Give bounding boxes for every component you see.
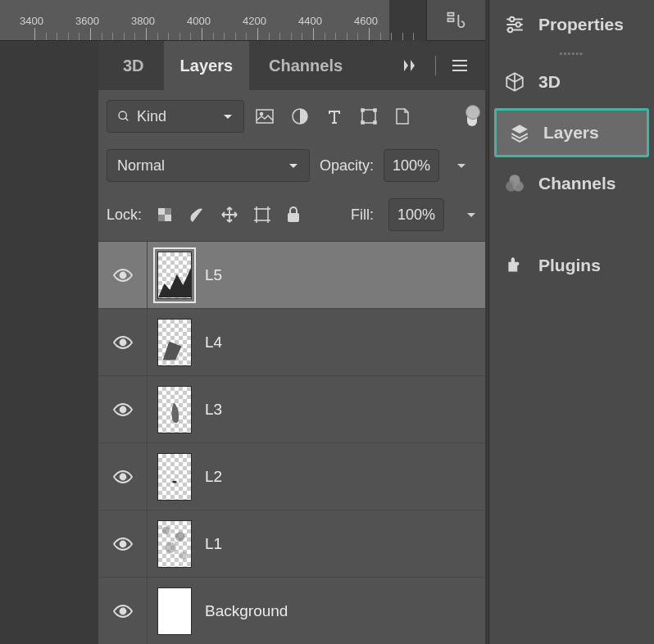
svg-rect-14 (374, 121, 376, 124)
panel-tabs: 3D Layers Channels (98, 41, 485, 90)
layer-thumbnail[interactable] (157, 453, 192, 501)
lock-artboard-icon[interactable] (253, 206, 271, 224)
layer-thumbnail[interactable] (157, 252, 192, 299)
layer-row[interactable]: L1 (98, 510, 485, 578)
right-sidebar: Properties ▪▪▪▪▪▪ 3D Layers Channels Plu… (488, 0, 654, 644)
fill-input[interactable]: 100% (388, 198, 444, 231)
svg-point-38 (179, 551, 188, 560)
visibility-toggle-icon[interactable] (112, 402, 134, 417)
filter-smartobject-icon[interactable] (395, 107, 410, 125)
svg-point-48 (513, 181, 524, 192)
filter-kind-label: Kind (137, 108, 166, 125)
lock-image-icon[interactable] (188, 206, 206, 224)
ruler-tick-label: 3600 (75, 15, 99, 27)
sidebar-item-label: 3D (538, 72, 561, 92)
channels-icon (504, 173, 525, 194)
svg-rect-1 (447, 18, 453, 21)
filter-toggle[interactable] (467, 107, 477, 126)
visibility-toggle-icon[interactable] (112, 268, 134, 283)
ruler-tick-label: 4200 (243, 15, 266, 27)
svg-rect-15 (158, 208, 165, 215)
svg-rect-17 (165, 208, 171, 215)
lock-fill-row: Lock: Fill: 100% (98, 188, 485, 242)
layers-icon (509, 122, 530, 143)
blend-opacity-row: Normal Opacity: 100% (98, 143, 485, 188)
svg-rect-19 (257, 209, 268, 220)
svg-point-34 (120, 541, 125, 546)
svg-point-39 (120, 608, 125, 614)
svg-point-30 (120, 339, 125, 345)
horizontal-ruler: 3400360038004000420044004600 (0, 0, 389, 41)
panel-menu-icon[interactable] (451, 59, 469, 72)
visibility-toggle-icon[interactable] (112, 469, 134, 484)
svg-line-6 (125, 118, 128, 120)
svg-rect-11 (361, 109, 364, 111)
svg-point-41 (510, 17, 514, 21)
tab-3d[interactable]: 3D (107, 41, 161, 90)
visibility-toggle-icon[interactable] (112, 604, 134, 619)
lock-transparency-icon[interactable] (157, 206, 173, 223)
ruler-tick-label: 3400 (20, 15, 43, 27)
svg-point-32 (120, 474, 125, 479)
opacity-value: 100% (393, 157, 430, 175)
layer-row[interactable]: L5 (98, 242, 485, 309)
sidebar-item-properties[interactable]: Properties (489, 0, 654, 49)
layers-panel: 3D Layers Channels Kind (98, 41, 485, 644)
opacity-chevron-icon[interactable] (456, 160, 467, 171)
fill-value: 100% (397, 206, 435, 224)
fill-chevron-icon[interactable] (466, 209, 477, 220)
svg-point-43 (516, 22, 520, 26)
tab-layers[interactable]: Layers (164, 41, 250, 90)
opacity-label: Opacity: (320, 157, 374, 175)
blend-mode-dropdown[interactable]: Normal (107, 149, 310, 182)
layer-name[interactable]: L4 (205, 333, 222, 351)
ruler-tick-label: 3800 (131, 15, 155, 27)
visibility-toggle-icon[interactable] (112, 335, 134, 350)
filter-kind-dropdown[interactable]: Kind (107, 100, 244, 133)
fill-label: Fill: (351, 206, 374, 224)
filter-shape-icon[interactable] (361, 108, 377, 125)
layer-name[interactable]: Background (205, 602, 288, 620)
sidebar-item-3d[interactable]: 3D (489, 57, 654, 107)
lock-all-icon[interactable] (286, 206, 301, 224)
layer-name[interactable]: L2 (205, 468, 222, 486)
svg-rect-12 (374, 109, 376, 111)
sidebar-item-plugins[interactable]: Plugins (489, 241, 654, 290)
layer-name[interactable]: L3 (205, 401, 222, 419)
svg-rect-28 (288, 213, 299, 222)
visibility-toggle-icon[interactable] (112, 537, 134, 551)
blend-mode-label: Normal (117, 157, 165, 175)
lock-label: Lock: (107, 206, 142, 224)
filter-type-icon[interactable] (326, 108, 343, 125)
svg-point-35 (162, 526, 170, 534)
sidebar-item-label: Plugins (538, 256, 601, 275)
svg-point-33 (172, 480, 177, 483)
layer-row[interactable]: L4 (98, 309, 485, 376)
plugin-icon (504, 255, 525, 276)
svg-rect-13 (361, 121, 364, 124)
layer-name[interactable]: L5 (205, 266, 222, 284)
opacity-input[interactable]: 100% (384, 149, 439, 182)
layer-thumbnail[interactable] (157, 319, 192, 366)
svg-rect-16 (165, 215, 171, 221)
svg-point-31 (120, 406, 125, 412)
sidebar-item-channels[interactable]: Channels (489, 159, 654, 208)
layer-thumbnail[interactable] (157, 520, 192, 568)
filter-adjustment-icon[interactable] (292, 108, 308, 125)
svg-point-37 (166, 542, 176, 552)
layer-row[interactable]: Background (98, 578, 485, 644)
layer-name[interactable]: L1 (205, 535, 222, 553)
ruler-tick-label: 4000 (187, 15, 211, 27)
collapse-icon[interactable] (402, 58, 420, 73)
tab-channels[interactable]: Channels (252, 41, 359, 90)
sidebar-item-layers[interactable]: Layers (494, 108, 649, 157)
layer-row[interactable]: L2 (98, 443, 485, 510)
layer-thumbnail[interactable] (157, 587, 192, 635)
panel-grip[interactable]: ▪▪▪▪▪▪ (489, 49, 654, 57)
history-toggle-icon[interactable] (426, 0, 485, 41)
lock-position-icon[interactable] (220, 206, 238, 224)
layer-thumbnail[interactable] (157, 386, 192, 433)
filter-pixel-icon[interactable] (256, 109, 274, 124)
layer-row[interactable]: L3 (98, 376, 485, 443)
svg-point-29 (120, 272, 125, 278)
